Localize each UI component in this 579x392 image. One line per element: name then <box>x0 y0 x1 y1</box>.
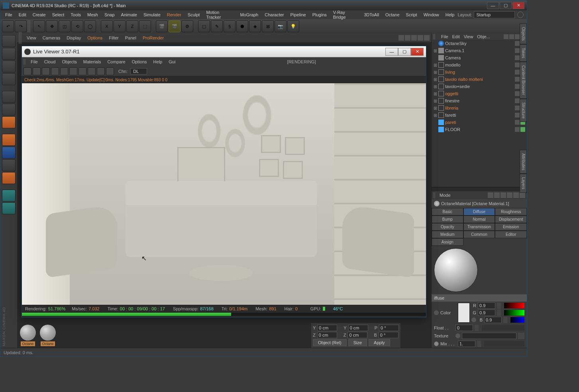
tree-row[interactable]: ⊞ tavolo rialto molteni <box>432 76 527 83</box>
tab-diffuse[interactable]: Diffuse <box>463 208 495 216</box>
vis-dot[interactable] <box>515 84 520 89</box>
obj-icon3[interactable] <box>515 34 520 39</box>
z-axis-tool[interactable]: Z <box>126 20 138 32</box>
menu-simulate[interactable]: Simulate <box>140 11 164 18</box>
tree-row[interactable]: ⊞ tavolo+sedie <box>432 83 527 90</box>
lv-refresh-tool[interactable] <box>33 67 41 75</box>
x-axis-tool[interactable]: X <box>101 20 113 32</box>
menu-motion-tracker[interactable]: Motion Tracker <box>203 9 237 21</box>
lv-menu-help[interactable]: Help <box>150 58 166 65</box>
camera-tool[interactable]: 📷 <box>275 20 287 32</box>
lv-close-button[interactable]: ✕ <box>411 48 424 56</box>
pen-tool[interactable]: ✎ <box>211 20 223 32</box>
lv-menu-gui[interactable]: Gui <box>165 58 179 65</box>
expand-icon[interactable]: ⊞ <box>433 70 437 75</box>
vp-display[interactable]: Display <box>63 34 84 41</box>
spline-tool[interactable]: § <box>224 20 236 32</box>
menu-mograph[interactable]: MoGraph <box>237 11 261 18</box>
vis-dot[interactable] <box>515 106 520 110</box>
side-tab-attributes[interactable]: Attributes <box>520 150 527 174</box>
minimize-button[interactable]: — <box>487 2 499 9</box>
menu-3dtoall[interactable]: 3DToAll <box>361 11 382 18</box>
lv-menu-compare[interactable]: Compare <box>104 58 128 65</box>
move-tool[interactable]: ✥ <box>46 20 58 32</box>
expand-icon[interactable]: ⊞ <box>433 106 437 111</box>
texture-dropdown-icon[interactable] <box>455 333 460 338</box>
vis-dot[interactable] <box>515 113 520 118</box>
b-input[interactable] <box>484 317 502 323</box>
tree-row[interactable]: ⊞ faretti <box>432 112 527 119</box>
render-region-tool[interactable]: 🎬 <box>169 20 181 32</box>
render-pv-tool[interactable]: 🎬 <box>156 20 168 32</box>
tab-displacement[interactable]: Displacement <box>495 216 527 223</box>
vis-dot[interactable] <box>515 55 520 60</box>
workplane-tool[interactable] <box>2 73 16 85</box>
coord-tool[interactable]: ⬚ <box>139 20 151 32</box>
lv-focus-tool[interactable] <box>88 67 96 75</box>
vis-dot[interactable] <box>515 77 520 82</box>
vis-dot[interactable] <box>515 91 520 96</box>
menu-tools[interactable]: Tools <box>67 11 84 18</box>
menu-render[interactable]: Render <box>164 11 184 18</box>
menu-snap[interactable]: Snap <box>101 11 118 18</box>
axis-tool[interactable] <box>2 134 16 146</box>
tree-row[interactable]: Camera <box>432 54 527 61</box>
tree-row[interactable]: ⊞ finestre <box>432 97 527 104</box>
tab-emission[interactable]: Emission <box>495 223 527 231</box>
vis-dot[interactable] <box>515 63 520 67</box>
environment-tool[interactable]: ⊞ <box>262 20 274 32</box>
vis-dot[interactable] <box>515 70 520 74</box>
lasso-tool[interactable]: ◯ <box>84 20 96 32</box>
vp-grip[interactable] <box>19 32 22 44</box>
obj-icon1[interactable] <box>504 34 508 39</box>
tweak-tool[interactable] <box>2 147 16 159</box>
layout-dropdown[interactable]: Startup <box>474 11 515 18</box>
tab-normal[interactable]: Normal <box>463 216 495 223</box>
polygon-mode-tool[interactable] <box>2 116 16 128</box>
apply-button[interactable]: Apply <box>369 339 390 346</box>
expand-icon[interactable]: ⊞ <box>433 98 437 104</box>
attr-grip[interactable] <box>433 192 436 198</box>
tab-common[interactable]: Common <box>463 231 495 238</box>
model-mode-tool[interactable] <box>2 48 16 60</box>
float-slider[interactable] <box>482 325 524 331</box>
select-tool[interactable]: ↖ <box>33 20 45 32</box>
tree-row[interactable]: ⊞ Camera.1 <box>432 47 527 54</box>
menu-plugins[interactable]: Plugins <box>309 11 330 18</box>
attr-nav-home[interactable] <box>507 192 512 198</box>
tree-row[interactable]: OctaneSky <box>432 40 527 47</box>
edge-mode-tool[interactable] <box>2 104 16 116</box>
tree-row[interactable]: ⊞ modello <box>432 61 527 69</box>
menu-pipeline[interactable]: Pipeline <box>287 11 309 18</box>
b-expand-icon[interactable] <box>471 318 476 322</box>
coord-y2[interactable] <box>348 325 368 331</box>
tab-assign[interactable]: Assign <box>432 238 463 246</box>
vp-maximize-icon[interactable] <box>424 35 430 41</box>
cube-tool[interactable]: ▢ <box>198 20 210 32</box>
toolbar-grip[interactable] <box>27 20 31 32</box>
lv-minimize-button[interactable]: — <box>385 48 398 56</box>
object-rel-dropdown[interactable]: Object (Rel) <box>313 339 347 346</box>
vp-rotate-icon[interactable] <box>418 35 423 41</box>
lv-start-tool[interactable] <box>24 67 31 75</box>
search-icon[interactable] <box>517 12 524 18</box>
side-tab-structure[interactable]: Structure <box>520 99 527 122</box>
menu-vray[interactable]: V-Ray Bridge <box>330 9 361 21</box>
tree-row[interactable]: ⊞ libreria <box>432 104 527 112</box>
point-mode-tool[interactable] <box>2 91 16 103</box>
tab-transmission[interactable]: Transmission <box>463 223 495 231</box>
expand-icon[interactable]: ⊞ <box>433 84 437 89</box>
coord-z1[interactable] <box>317 332 337 338</box>
b-slider[interactable] <box>510 317 524 323</box>
rotate-tool[interactable]: ⟲ <box>71 20 83 32</box>
material-thumb-2[interactable]: Octane <box>39 325 57 346</box>
object-tree[interactable]: OctaneSky ⊞ Camera.1 Camera ⊞ modello ⊞ … <box>432 40 527 187</box>
vis-dot[interactable] <box>515 41 520 46</box>
lv-grip[interactable] <box>24 59 26 65</box>
expand-icon[interactable]: ⊞ <box>433 63 437 68</box>
menu-sculpt[interactable]: Sculpt <box>184 11 203 18</box>
close-button[interactable]: ✕ <box>512 2 524 9</box>
menu-script[interactable]: Script <box>403 11 420 18</box>
menu-mesh[interactable]: Mesh <box>84 11 101 18</box>
lv-menu-objects[interactable]: Objects <box>59 58 80 65</box>
